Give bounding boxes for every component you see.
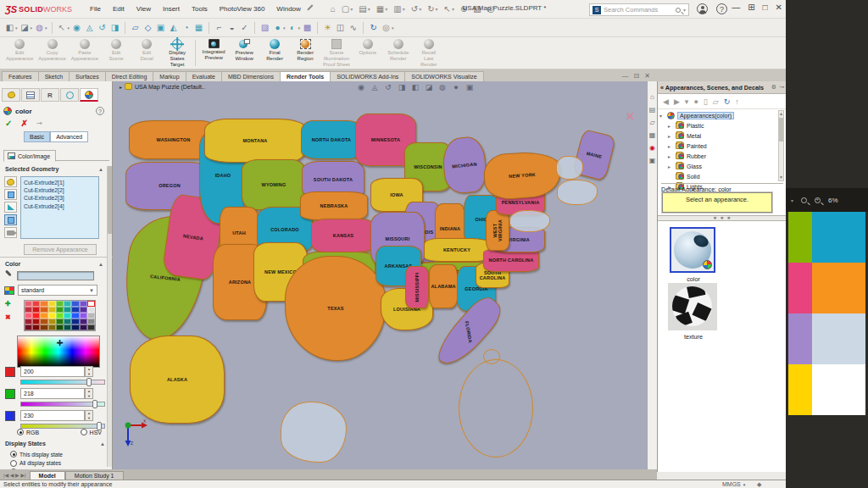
color-section-header[interactable]: Color▲ xyxy=(5,261,103,267)
new-file-icon[interactable]: ▢▾ xyxy=(340,3,354,14)
display-states-target-button[interactable]: Display States Target xyxy=(162,37,192,69)
collapse-caret-icon[interactable]: ▾ xyxy=(659,113,665,119)
menu-photoview-360[interactable]: PhotoView 360 xyxy=(214,3,271,15)
pm-tab[interactable] xyxy=(80,88,98,102)
palette-swatch[interactable] xyxy=(32,324,40,330)
rgb-radio[interactable]: RGB xyxy=(17,429,39,435)
state-texas[interactable]: TEXAS xyxy=(285,256,387,361)
remove-swatch-icon[interactable]: ✖ xyxy=(5,313,11,321)
options-button[interactable]: Options xyxy=(353,37,383,69)
expand-caret-icon[interactable]: ▸ xyxy=(668,143,673,149)
restore-icon[interactable]: ⊞ xyxy=(748,3,754,12)
tree-item-solid[interactable]: Solid xyxy=(659,171,780,181)
doc-tab-motion-study-1[interactable]: Motion Study 1 xyxy=(65,471,124,480)
palette-swatch[interactable] xyxy=(40,301,47,307)
doc-tab-model[interactable]: Model xyxy=(30,471,65,480)
print-icon[interactable]: ▥▾ xyxy=(392,3,406,14)
dropdown-caret-icon[interactable]: ▾ xyxy=(419,6,421,12)
dropdown-caret-icon[interactable]: ▾ xyxy=(31,25,33,30)
state-nebraska[interactable]: NEBRASKA xyxy=(300,191,368,220)
display-states-header[interactable]: Display States▲ xyxy=(5,441,105,446)
tree-scrollbar[interactable]: ▲ ▼ xyxy=(778,110,784,181)
color-image-tab[interactable]: Color/Image xyxy=(3,150,56,162)
display-state-option[interactable]: All display states xyxy=(10,460,70,467)
dropdown-caret-icon[interactable]: ▾ xyxy=(283,25,286,30)
up-folder-icon[interactable]: ↑ xyxy=(735,97,739,106)
palette-swatch[interactable] xyxy=(56,324,64,330)
undo-icon[interactable]: ↺▾ xyxy=(409,3,423,14)
overlay-menu-caret-icon[interactable]: ▾ xyxy=(791,197,793,203)
expand-tree-icon[interactable]: ▸ xyxy=(120,84,122,90)
display-style-icon[interactable]: ◪ xyxy=(424,82,434,92)
palette-swatch[interactable] xyxy=(87,324,95,330)
picker-crosshair-icon[interactable]: ✛ xyxy=(57,340,64,347)
red-value-slider-thumb[interactable] xyxy=(86,378,92,386)
options-icon[interactable]: ◎▾ xyxy=(381,22,394,33)
dropdown-caret-icon[interactable]: ▾ xyxy=(685,97,689,106)
close-icon[interactable]: ✕ xyxy=(776,3,782,12)
palette-swatch[interactable] xyxy=(48,324,56,330)
palette-swatch[interactable] xyxy=(48,307,56,313)
search-placeholder[interactable]: Search Commands xyxy=(604,6,673,14)
tab-features[interactable]: Features xyxy=(2,71,39,81)
state-kansas[interactable]: KANSAS xyxy=(311,219,376,252)
expand-caret-icon[interactable]: ▸ xyxy=(668,133,673,139)
search-caret-icon[interactable]: ▾ xyxy=(683,7,686,13)
state-wyoming[interactable]: WYOMING xyxy=(242,159,306,210)
rebuild-icon[interactable]: ↻ xyxy=(368,22,379,33)
view-orientation-icon[interactable]: ◧▾ xyxy=(4,22,18,33)
dropdown-caret-icon[interactable]: ▾ xyxy=(392,25,394,30)
design-library-icon[interactable]: ▤ xyxy=(648,106,657,114)
lights-icon[interactable]: ☀ xyxy=(322,22,333,33)
part-level-icon[interactable] xyxy=(4,189,17,200)
evaluate-icon[interactable]: ✓ xyxy=(239,22,250,33)
search-icon[interactable] xyxy=(676,8,681,13)
pm-scrollbar[interactable] xyxy=(107,166,112,467)
pane-splitter-handle[interactable]: ● ● ● xyxy=(658,215,787,221)
unplaced-piece-vermont-nh[interactable] xyxy=(556,156,583,180)
custom-properties-icon[interactable]: ▣ xyxy=(648,157,657,165)
file-explorer-icon[interactable]: ▱ xyxy=(648,119,657,127)
final-render-button[interactable]: Final Render xyxy=(259,37,290,69)
red-value-input[interactable]: 200 xyxy=(20,366,85,377)
minimize-icon[interactable]: — xyxy=(732,3,740,12)
unplaced-piece-hawaii[interactable] xyxy=(281,402,347,463)
palette-swatch[interactable] xyxy=(64,301,71,307)
edit-appearance-button[interactable]: Edit Appearance xyxy=(3,37,36,69)
extrude-icon[interactable]: ▣ xyxy=(155,22,166,33)
pm-tab[interactable] xyxy=(2,88,20,102)
palette-swatch[interactable] xyxy=(25,307,32,313)
palette-swatch[interactable] xyxy=(25,301,32,307)
palette-swatch[interactable] xyxy=(25,313,32,319)
zoom-fit-icon[interactable]: ◉ xyxy=(356,82,366,92)
palette-swatch[interactable] xyxy=(64,324,71,330)
expand-caret-icon[interactable]: ▸ xyxy=(668,164,673,169)
palette-swatch[interactable] xyxy=(71,319,79,324)
menu-tools[interactable]: Tools xyxy=(186,3,214,15)
hide-show-icon[interactable]: ◍▾ xyxy=(34,22,47,33)
basic-tab[interactable]: Basic xyxy=(24,131,50,142)
standard-color-palette[interactable] xyxy=(24,300,96,331)
copy-appearance-button[interactable]: Copy Appearance xyxy=(36,37,68,69)
smart-dimension-icon[interactable]: ◇ xyxy=(142,22,153,33)
walkthrough-icon[interactable]: ∿ xyxy=(348,22,359,33)
sheet-nav-buttons[interactable]: |◀ ◀ ▶ ▶| xyxy=(3,472,26,478)
doc-restore-icon[interactable]: ⊡ xyxy=(634,72,640,80)
color-gradient-picker[interactable]: ✛ xyxy=(17,336,100,368)
palette-swatch[interactable] xyxy=(25,324,32,330)
forward-icon[interactable]: ▶ xyxy=(674,97,680,106)
decal-icon[interactable]: ▩ xyxy=(302,22,313,33)
search-scope-icon[interactable]: S xyxy=(593,6,601,14)
view-settings-icon[interactable]: ▣ xyxy=(465,82,475,92)
camera-icon[interactable]: ◫ xyxy=(335,22,346,33)
palette-swatch[interactable] xyxy=(48,319,56,324)
previous-view-icon[interactable]: ↺ xyxy=(383,82,393,92)
eyedropper-icon[interactable] xyxy=(4,271,14,280)
palette-swatch[interactable] xyxy=(71,324,79,330)
task-pane-pin-icon[interactable]: ⊸ xyxy=(779,84,784,91)
dropdown-caret-icon[interactable]: ▾ xyxy=(350,6,353,12)
palette-swatch[interactable] xyxy=(87,301,95,307)
pattern-icon[interactable]: ▦ xyxy=(193,22,204,33)
pm-tab[interactable] xyxy=(21,88,40,102)
preview-window-button[interactable]: Preview Window xyxy=(229,37,259,69)
